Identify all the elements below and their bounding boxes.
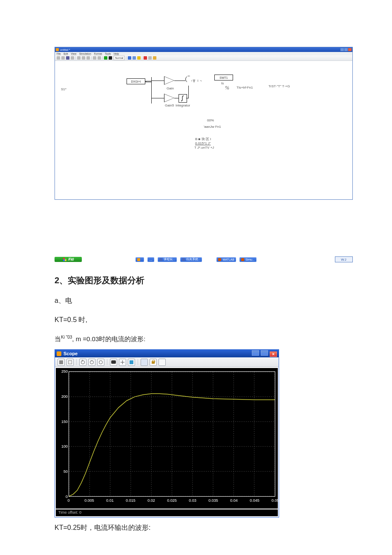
taskbar-item[interactable]: ....	[147, 257, 154, 262]
out-port-label: Is	[221, 81, 224, 85]
menu-tools[interactable]: Tools	[105, 52, 111, 55]
x-tick-label: 0	[67, 498, 69, 503]
redo-icon[interactable]	[98, 56, 101, 60]
scope-titlebar[interactable]: Scope ×	[55, 350, 279, 357]
close-button[interactable]: ×	[270, 351, 277, 357]
y-tick-label: 0	[57, 495, 68, 499]
x-tick-label: 0.005	[84, 498, 94, 503]
refresh-icon[interactable]	[148, 56, 152, 60]
wire	[174, 98, 179, 98]
taskbar-item[interactable]: Simu...	[239, 257, 257, 262]
matlab-icon	[56, 48, 59, 51]
para-curve-rest: , m =0.03时的电流的波形:	[72, 335, 145, 342]
cut-icon[interactable]	[77, 56, 81, 60]
y-tick-label: 250	[57, 369, 68, 374]
undo-icon[interactable]	[93, 56, 96, 60]
maximize-button[interactable]	[344, 48, 348, 51]
lower-l2: 0.015*1 J"	[195, 141, 211, 145]
save-icon[interactable]	[66, 56, 69, 60]
print-icon[interactable]	[58, 359, 65, 366]
app-icon	[137, 258, 140, 261]
taskbar-item-label: Simu...	[245, 258, 255, 261]
print-icon[interactable]	[71, 56, 74, 60]
sim-mode-field[interactable]: Normal	[113, 56, 125, 60]
wire	[188, 95, 189, 98]
zoom-in-icon[interactable]	[79, 359, 86, 366]
open-icon[interactable]	[61, 56, 65, 60]
wire	[145, 82, 151, 82]
zoom-xy-icon[interactable]	[97, 359, 104, 366]
taskbar-item[interactable]: 仿真系统...	[180, 257, 202, 262]
play-icon[interactable]	[104, 56, 107, 60]
lower-title: 'aanJw Fn1	[204, 125, 221, 129]
taskbar-item-label: ....	[149, 258, 153, 261]
para-a: a、电	[55, 296, 337, 305]
axes	[69, 371, 275, 497]
block-input-text: DXGI+I	[131, 80, 141, 83]
x-tick-label: 0.03	[189, 498, 196, 503]
paste-icon[interactable]	[86, 56, 90, 60]
y-tick-label: 100	[57, 444, 68, 449]
simulink-toolbar[interactable]: Normal	[55, 55, 352, 61]
close-button[interactable]	[348, 48, 352, 51]
new-icon[interactable]	[57, 56, 60, 60]
taskbar-item[interactable]	[135, 257, 144, 262]
window-controls[interactable]: ×	[251, 350, 277, 357]
scope-window: Scope ×	[55, 349, 279, 518]
block-output[interactable]: SWT1	[214, 75, 233, 81]
scope-toolbar[interactable]	[55, 357, 279, 367]
sep	[107, 359, 107, 365]
minimize-button[interactable]	[252, 350, 259, 356]
simulink-canvas[interactable]: S1* DXGI+I Gain Gain5	[55, 61, 352, 199]
system-tray[interactable]: WJ	[335, 256, 353, 262]
start-button[interactable]: 开始	[55, 257, 82, 262]
para-curve-sup: Ki "03	[61, 335, 72, 339]
parameters-icon[interactable]	[66, 359, 74, 366]
menu-view[interactable]: View	[71, 52, 76, 55]
integrator-label: Integrator	[176, 104, 190, 107]
out-percent: %	[225, 85, 229, 91]
x-tick-label: 0.025	[167, 498, 177, 503]
y-tick-label: 200	[57, 394, 68, 399]
step-block-label: S1*	[61, 87, 66, 91]
menu-edit[interactable]: Edit	[63, 52, 68, 55]
menu-help[interactable]: Help	[114, 52, 119, 55]
minimize-button[interactable]	[340, 48, 344, 51]
lib-icon[interactable]	[128, 56, 131, 60]
integrator-block[interactable]	[179, 94, 187, 103]
block-mid[interactable]: ↑甘 l ¬	[187, 76, 206, 86]
menu-simulation[interactable]: Simulation	[79, 52, 91, 55]
taskbar-item[interactable]: MATLAB	[216, 257, 236, 262]
block-input[interactable]: DXGI+I	[127, 78, 145, 84]
save-axes-icon[interactable]	[128, 359, 135, 366]
scope-plot[interactable]: 05010015020025000.0050.010.0150.020.0250…	[56, 368, 278, 509]
float-icon[interactable]	[141, 359, 148, 366]
para-curve-prefix: 当	[55, 335, 61, 342]
windows-taskbar[interactable]: 开始 .... 课程实... 仿真系统... MATLAB Simu... WJ	[55, 256, 353, 263]
autoscale-icon[interactable]	[119, 359, 126, 366]
wire	[174, 81, 185, 81]
maximize-button[interactable]	[261, 350, 268, 356]
word-icon	[182, 258, 185, 261]
gain5-block[interactable]	[164, 94, 174, 102]
help-icon[interactable]	[153, 56, 156, 60]
window-controls[interactable]	[340, 48, 352, 51]
lock-axes-icon[interactable]	[150, 359, 157, 366]
menu-format[interactable]: Format	[94, 52, 102, 55]
model-icon[interactable]	[133, 56, 136, 60]
binoculars-icon[interactable]	[110, 359, 117, 366]
taskbar-item[interactable]: 课程实...	[158, 257, 177, 262]
stop-icon[interactable]	[109, 56, 112, 60]
build-icon[interactable]	[144, 56, 147, 60]
gain-block[interactable]	[164, 76, 174, 85]
menu-file[interactable]: File	[57, 52, 61, 55]
simulink-titlebar[interactable]: untitled *	[55, 47, 352, 52]
windows-icon	[63, 258, 66, 261]
debug-icon[interactable]	[137, 56, 141, 60]
copy-icon[interactable]	[82, 56, 85, 60]
signal-select-icon[interactable]	[159, 359, 166, 366]
simulink-menubar[interactable]: File Edit View Simulation Format Tools H…	[55, 52, 352, 55]
lower-pre: 00%	[207, 118, 214, 122]
sep	[126, 56, 127, 60]
zoom-out-icon[interactable]	[88, 359, 95, 366]
